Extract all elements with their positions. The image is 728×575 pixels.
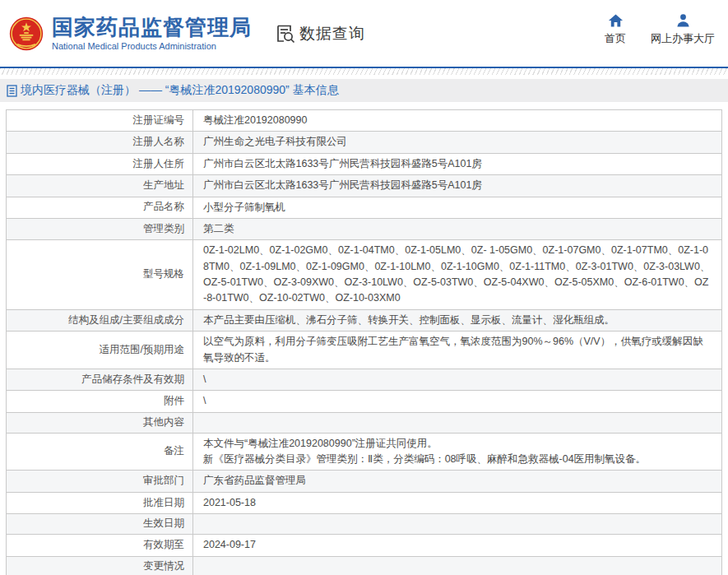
table-row: 生产地址广州市白云区北太路1633号广州民营科技园科盛路5号A101房: [7, 175, 721, 197]
field-label: 生产地址: [7, 175, 193, 196]
field-label: 变更情况: [7, 557, 193, 575]
field-label: 型号规格: [7, 240, 193, 309]
field-label: 生效日期: [7, 514, 193, 534]
field-value: 以空气为原料，利用分子筛变压吸附工艺生产富氧空气，氧浓度范围为90%～96%（V…: [193, 332, 721, 369]
field-label: 有效期至: [7, 535, 193, 555]
field-value: 第二类: [193, 219, 721, 239]
online-hall-nav[interactable]: 网上办事大厅: [651, 13, 715, 46]
national-emblem-icon: [8, 16, 44, 52]
page-document-icon: [7, 85, 17, 97]
table-row: 结构及组成/主要组成成分本产品主要由压缩机、沸石分子筛、转换开关、控制面板、显示…: [7, 310, 721, 332]
hatch-stripe-band: [0, 68, 728, 75]
table-row: 附件\: [7, 391, 721, 412]
table-row: 变更情况: [7, 557, 721, 575]
info-table: 注册证编号粤械注准20192080990注册人名称广州生命之光电子科技有限公司注…: [6, 109, 722, 575]
table-row: 管理类别第二类: [7, 219, 721, 240]
site-header: 国家药品监督管理局 National Medical Products Admi…: [0, 0, 728, 67]
home-icon: [608, 13, 624, 28]
field-label: 注册证编号: [7, 110, 193, 131]
field-value: 广州市白云区北太路1633号广州民营科技园科盛路5号A101房: [193, 175, 721, 196]
field-label: 其他内容: [7, 413, 193, 433]
table-row: 型号规格0Z-1-02LM0、0Z-1-02GM0、0Z-1-04TM0、0Z-…: [7, 240, 721, 310]
page-title: 境内医疗器械（注册） —— “粤械注准20192080990” 基本信息: [21, 83, 339, 98]
agency-names: 国家药品监督管理局 National Medical Products Admi…: [52, 16, 252, 51]
field-label: 适用范围/预期用途: [7, 332, 193, 369]
field-label: 审批部门: [7, 471, 193, 491]
field-value: \: [193, 369, 721, 390]
field-label: 批准日期: [7, 493, 193, 513]
field-value: 本产品主要由压缩机、沸石分子筛、转换开关、控制面板、显示板、流量计、湿化瓶组成。: [193, 310, 721, 331]
field-label: 管理类别: [7, 219, 193, 239]
field-label: 注册人名称: [7, 132, 193, 152]
agency-name-en: National Medical Products Administration: [52, 41, 252, 51]
agency-name-cn: 国家药品监督管理局: [52, 16, 252, 39]
table-row: 其他内容: [7, 413, 721, 434]
field-value: 广东省药品监督管理局: [193, 471, 721, 491]
field-value: 小型分子筛制氧机: [193, 197, 721, 218]
field-label: 产品储存条件及有效期: [7, 369, 193, 390]
field-value: 粤械注准20192080990: [193, 110, 721, 131]
field-label: 备注: [7, 434, 193, 471]
table-row: 有效期至2024-09-17: [7, 535, 721, 556]
field-value: \: [193, 391, 721, 411]
table-row: 注册证编号粤械注准20192080990: [7, 110, 721, 132]
field-value: 本文件与“粤械注准20192080990”注册证共同使用。新《医疗器械分类目录》…: [193, 434, 721, 471]
data-query-label: 数据查询: [299, 23, 365, 44]
table-row: 产品储存条件及有效期\: [7, 369, 721, 391]
table-row: 备注本文件与“粤械注准20192080990”注册证共同使用。新《医疗器械分类目…: [7, 434, 721, 471]
field-value: 2024-09-17: [193, 535, 721, 555]
table-row: 审批部门广东省药品监督管理局: [7, 471, 721, 492]
field-value: 广州生命之光电子科技有限公司: [193, 132, 721, 152]
data-query-nav[interactable]: 数据查询: [275, 23, 365, 44]
field-label: 注册人住所: [7, 154, 193, 174]
field-label: 附件: [7, 391, 193, 411]
breadcrumb: 境内医疗器械（注册） —— “粤械注准20192080990” 基本信息: [0, 79, 728, 102]
field-value: [193, 514, 721, 534]
table-row: 产品名称小型分子筛制氧机: [7, 197, 721, 219]
table-row: 适用范围/预期用途以空气为原料，利用分子筛变压吸附工艺生产富氧空气，氧浓度范围为…: [7, 332, 721, 369]
table-row: 批准日期2021-05-18: [7, 493, 721, 514]
field-value: 广州市白云区北太路1633号广州民营科技园科盛路5号A101房: [193, 154, 721, 174]
field-value: [193, 557, 721, 575]
field-value: [193, 413, 721, 433]
table-row: 注册人名称广州生命之光电子科技有限公司: [7, 132, 721, 153]
field-value: 2021-05-18: [193, 493, 721, 513]
table-row: 注册人住所广州市白云区北太路1633号广州民营科技园科盛路5号A101房: [7, 154, 721, 175]
online-hall-label: 网上办事大厅: [651, 31, 715, 46]
home-nav[interactable]: 首页: [605, 13, 626, 46]
field-value: 0Z-1-02LM0、0Z-1-02GM0、0Z-1-04TM0、0Z-1-05…: [193, 240, 721, 309]
header-right-nav: 首页 网上办事大厅: [605, 13, 715, 46]
agency-logo: 国家药品监督管理局 National Medical Products Admi…: [8, 16, 252, 52]
document-search-icon: [275, 23, 296, 44]
table-row: 生效日期: [7, 514, 721, 535]
field-label: 结构及组成/主要组成成分: [7, 310, 193, 331]
home-label: 首页: [605, 31, 626, 46]
person-icon: [675, 13, 691, 28]
field-label: 产品名称: [7, 197, 193, 218]
